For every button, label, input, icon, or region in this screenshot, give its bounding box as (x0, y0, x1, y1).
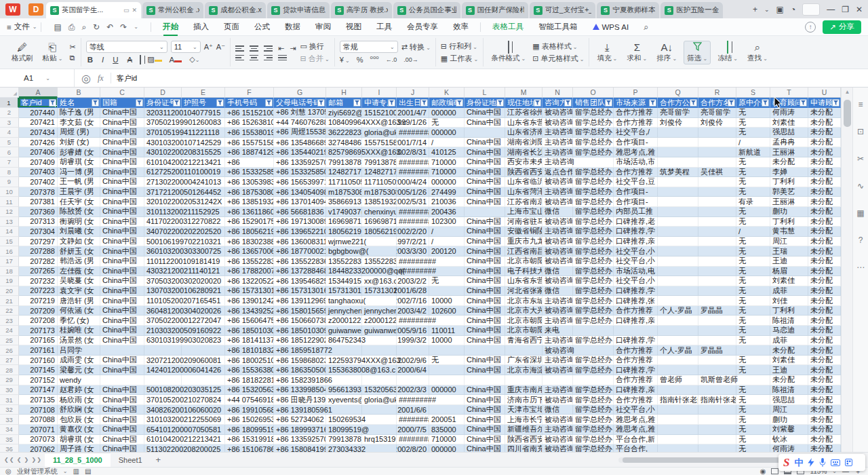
cell-H3[interactable]: 108409964XXX@163.c (326, 118, 362, 128)
filter-dropdown-icon[interactable] (420, 99, 428, 107)
cell-P33[interactable]: 雅思考点,雅 (614, 415, 658, 425)
cell-I36[interactable] (362, 444, 397, 452)
filter-header-cell-Q[interactable]: 合作方公 (658, 98, 698, 108)
window-tab-5[interactable]: S公务员国企事业单... (393, 2, 460, 18)
cell-T2[interactable]: 何雨涛 (770, 108, 808, 118)
cell-C5[interactable]: China中国 (100, 138, 144, 148)
menu-item-会员专享[interactable]: 会员专享 (399, 18, 446, 36)
cell-G34[interactable]: +86 1899937166 (274, 425, 326, 435)
cell-P27[interactable]: 合作方推荐 (614, 356, 658, 366)
cell-U19[interactable]: 未分配 (808, 276, 841, 286)
cell-K15[interactable]: / (429, 237, 465, 247)
cell-G36[interactable]: +86 1580841990 (274, 444, 326, 452)
cell-Q18[interactable] (658, 267, 698, 277)
cell-K22[interactable]: 102600 (429, 306, 465, 316)
cell-I26[interactable] (362, 345, 397, 356)
cell-P15[interactable]: 口碑推荐,亲 (614, 237, 658, 247)
column-header-O[interactable]: O (573, 88, 614, 98)
window-tab-7[interactable]: S可过_支付宝+_滴滴 (530, 2, 596, 18)
cell-C34[interactable]: China中国 (100, 425, 144, 435)
cell-R35[interactable] (698, 435, 736, 445)
cell-R4[interactable] (698, 128, 736, 138)
cell-B33[interactable]: 包欣辰 (女 (58, 415, 100, 425)
cell-Q29[interactable]: 曾老师 (658, 375, 698, 385)
cell-N18[interactable]: 微信 (542, 267, 573, 277)
row-header-2[interactable]: 2 (0, 108, 19, 118)
cell-B32[interactable]: 舒欣娴 (女 (58, 405, 100, 415)
cell-P36[interactable]: 平台合作, (614, 444, 658, 452)
cell-O16[interactable]: 留学总经办 (573, 246, 614, 256)
filter-header-cell-F[interactable]: 手机号码 (225, 98, 274, 108)
cell-G24[interactable]: +86 1850103098 (274, 326, 326, 336)
cell-S34[interactable]: 无 (736, 425, 770, 435)
cell-N24[interactable]: 来电 (542, 326, 573, 336)
cell-J11[interactable]: 2002/5/31 (397, 197, 429, 207)
cell-H35[interactable]: 799138782 (326, 435, 362, 445)
cell-O14[interactable]: 留学总经办 (573, 227, 614, 237)
cell-U7[interactable]: 未分配 (808, 157, 841, 168)
cell-G9[interactable]: +86 1565399710 (274, 177, 326, 187)
cell-Q23[interactable] (658, 316, 698, 326)
filter-dropdown-icon[interactable] (832, 99, 840, 107)
currency-icon[interactable]: ¥ ⌄ (340, 56, 350, 64)
row-header-7[interactable]: 7 (0, 157, 19, 168)
cell-M7[interactable]: 西安市未央 (505, 157, 542, 168)
filter-dropdown-icon[interactable] (136, 99, 143, 107)
cell-D15[interactable]: 500106199702210321 (144, 237, 182, 247)
cell-S25[interactable]: 无 (736, 336, 770, 346)
cell-H2[interactable]: ziyi5692@( (326, 108, 362, 118)
filter-dropdown-icon[interactable] (265, 99, 273, 107)
cell-K11[interactable]: 210036 (429, 197, 465, 207)
cell-I17[interactable]: 135522836 (362, 256, 397, 267)
cell-G12[interactable]: +86 56681836 (274, 207, 326, 217)
cell-Q21[interactable] (658, 296, 698, 306)
cell-M26[interactable] (505, 345, 542, 356)
column-header-B[interactable]: B (58, 88, 100, 98)
decrease-indent-icon[interactable]: ⇤ (278, 44, 284, 53)
row-header-19[interactable]: 19 (0, 276, 19, 286)
cell-R16[interactable] (698, 246, 736, 256)
cell-D23[interactable]: 370502200012272047 (144, 316, 182, 326)
filter-button[interactable]: 筛选 ⌄ (684, 41, 711, 64)
cell-C7[interactable]: China中国 (100, 157, 144, 168)
cell-A14[interactable]: 207304 (19, 227, 58, 237)
cell-P14[interactable]: 口碑推荐,学 (614, 227, 658, 237)
cell-A4[interactable]: 207434 (19, 128, 58, 138)
cell-L28[interactable]: China中国 (465, 365, 505, 375)
cell-R2[interactable]: 亮哥留学 (698, 108, 736, 118)
cell-L13[interactable]: China中国 (465, 217, 505, 227)
cell-S15[interactable]: 无 (736, 237, 770, 247)
sheet-tab-11_28_5_1000[interactable]: 11_28_5_1000 (45, 453, 111, 467)
cell-A18[interactable]: 207265 (19, 267, 58, 277)
cell-H21[interactable]: tanghaoxu( (326, 296, 362, 306)
cell-G33[interactable]: +86 52734062 (274, 415, 326, 425)
cell-K35[interactable]: 710000 (429, 435, 465, 445)
cell-C6[interactable]: China中国 (100, 147, 144, 157)
cell-I12[interactable]: chenxinyu( (362, 207, 397, 217)
cell-Q20[interactable] (658, 286, 698, 297)
cell-B24[interactable]: 桂婉唯 (女 (58, 326, 100, 336)
cell-A13[interactable]: 207313 (19, 217, 58, 227)
cell-S19[interactable]: 无 (736, 276, 770, 286)
cell-K9[interactable]: 000000 (429, 177, 465, 187)
cell-O12[interactable]: 留学总经办 (573, 207, 614, 217)
cell-U26[interactable]: 未分配 (808, 345, 841, 356)
filter-header-cell-K[interactable]: 邮政编码 (429, 98, 465, 108)
cell-D13[interactable]: 411702200312270822 (144, 217, 182, 227)
filter-header-cell-H[interactable]: 邮箱 (326, 98, 362, 108)
cell-J31[interactable]: ######### (397, 395, 429, 405)
cell-K4[interactable]: 000000 (429, 128, 465, 138)
cell-B5[interactable]: 刘妍 (女) (58, 138, 100, 148)
cell-N27[interactable]: 主动咨询 (542, 356, 573, 366)
cell-B7[interactable]: 胡睿琪 (女 (58, 157, 100, 168)
cell-K21[interactable]: 10000 (429, 296, 465, 306)
cell-M3[interactable]: 山东省东营 (505, 118, 542, 128)
cell-B35[interactable]: 胡睿琪 (女 (58, 435, 100, 445)
cell-I11[interactable]: 13851932( (362, 197, 397, 207)
cell-G17[interactable]: +86 1355228360 (274, 256, 326, 267)
row-header-29[interactable]: 29 (0, 375, 19, 385)
cell-D16[interactable]: 360103200303300725 (144, 246, 182, 256)
cell-H33[interactable]: 150269534 (326, 415, 362, 425)
vertical-scroll-thumb[interactable] (844, 100, 851, 127)
cell-O27[interactable]: 留学总经办 (573, 356, 614, 366)
